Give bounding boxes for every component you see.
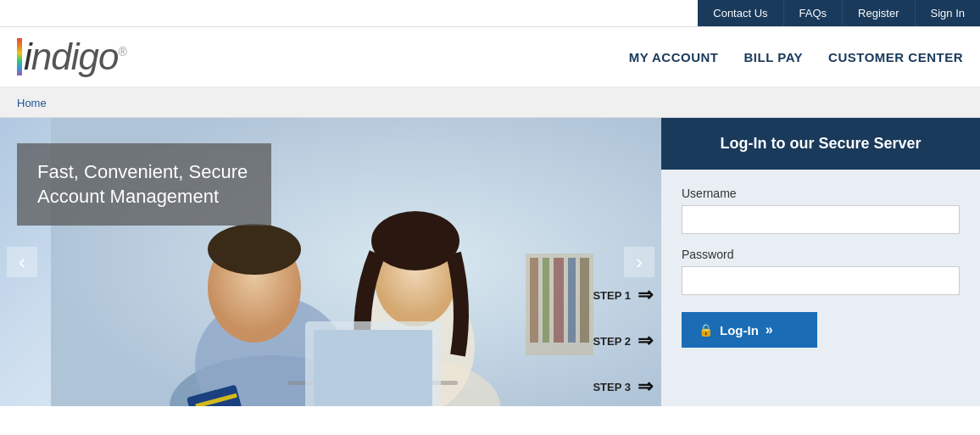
- carousel-next-button[interactable]: ›: [624, 247, 654, 277]
- step-2-label: STEP 2: [593, 335, 631, 348]
- svg-rect-11: [314, 330, 432, 406]
- logo-i-letter: i: [24, 36, 31, 77]
- faqs-button[interactable]: FAQs: [784, 0, 844, 26]
- main-nav: MY ACCOUNT BILL PAY CUSTOMER CENTER: [629, 50, 963, 64]
- nav-bill-pay[interactable]: BILL PAY: [744, 50, 804, 64]
- step-3-arrow: ⇒: [638, 376, 653, 398]
- step-3-label: STEP 3: [593, 381, 631, 393]
- carousel-prev-button[interactable]: ‹: [7, 247, 37, 277]
- hero-title-line1: Fast, Convenient, Secure: [37, 161, 248, 182]
- password-input[interactable]: [682, 266, 960, 295]
- step-3-row: STEP 3 ⇒: [593, 376, 653, 398]
- hero-overlay: Fast, Convenient, Secure Account Managem…: [17, 143, 271, 226]
- svg-point-8: [371, 211, 459, 270]
- password-field-group: Password: [682, 248, 960, 295]
- register-button[interactable]: Register: [843, 0, 915, 26]
- login-button[interactable]: 🔒 Log-In »: [682, 312, 817, 348]
- sign-in-button[interactable]: Sign In: [916, 0, 980, 26]
- step-1-arrow: ⇒: [638, 284, 653, 306]
- svg-rect-16: [543, 258, 549, 343]
- logo-registered: ®: [118, 45, 125, 59]
- step-1-label: STEP 1: [593, 289, 631, 302]
- logo: indigo®: [17, 36, 126, 78]
- top-bar-buttons: Contact Us FAQs Register Sign In: [698, 0, 980, 26]
- logo-colorbar: [17, 38, 22, 75]
- nav-customer-center[interactable]: CUSTOMER CENTER: [828, 50, 963, 64]
- step-2-arrow: ⇒: [638, 330, 653, 352]
- login-body: Username Password 🔒 Log-In »: [661, 170, 980, 365]
- hero-section: Fast, Convenient, Secure Account Managem…: [0, 118, 661, 406]
- login-header-text: Log-In to our Secure Server: [720, 135, 921, 152]
- logo-rest: ndigo: [31, 36, 119, 77]
- password-label: Password: [682, 248, 960, 261]
- breadcrumb-home[interactable]: Home: [17, 97, 47, 109]
- step-1-row: STEP 1 ⇒: [593, 284, 653, 306]
- login-header: Log-In to our Secure Server: [661, 118, 980, 170]
- step-2-row: STEP 2 ⇒: [593, 330, 653, 352]
- username-label: Username: [682, 187, 960, 200]
- top-bar: Contact Us FAQs Register Sign In: [0, 0, 980, 27]
- lock-icon: 🔒: [699, 323, 713, 337]
- username-input[interactable]: [682, 205, 960, 234]
- login-button-label: Log-In: [720, 323, 759, 337]
- main-content: Fast, Convenient, Secure Account Managem…: [0, 118, 980, 406]
- svg-rect-19: [580, 258, 589, 343]
- logo-text: indigo®: [24, 36, 126, 78]
- contact-us-button[interactable]: Contact Us: [698, 0, 783, 26]
- svg-point-4: [208, 224, 301, 275]
- steps-panel: STEP 1 ⇒ STEP 2 ⇒ STEP 3 ⇒: [593, 284, 653, 398]
- nav-my-account[interactable]: MY ACCOUNT: [629, 50, 719, 64]
- login-panel: Log-In to our Secure Server Username Pas…: [661, 118, 980, 406]
- breadcrumb-bar: Home: [0, 88, 980, 118]
- username-field-group: Username: [682, 187, 960, 234]
- chevron-right-icon: »: [766, 322, 773, 337]
- svg-rect-15: [530, 258, 538, 343]
- hero-title: Fast, Convenient, Secure Account Managem…: [37, 160, 251, 209]
- hero-title-line2: Account Management: [37, 186, 219, 207]
- header: indigo® MY ACCOUNT BILL PAY CUSTOMER CEN…: [0, 27, 980, 88]
- svg-rect-18: [568, 258, 576, 343]
- svg-rect-17: [554, 258, 564, 343]
